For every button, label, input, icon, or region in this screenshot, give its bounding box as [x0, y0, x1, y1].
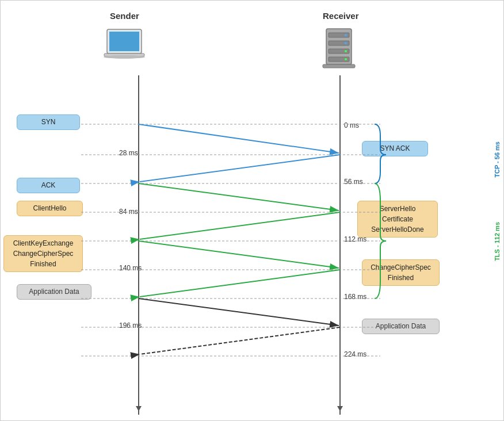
svg-line-33	[140, 212, 340, 239]
sender-label: Sender	[110, 11, 139, 21]
clienthello-box: ClientHello	[17, 201, 83, 216]
appdata-right-box: Application Data	[362, 319, 440, 334]
tls-label: TLS - 112 ms	[494, 222, 501, 261]
svg-point-3	[104, 55, 145, 59]
ts-196ms: 196 ms	[119, 322, 142, 330]
appdata-left-box: Application Data	[17, 284, 91, 300]
ts-168ms: 168 ms	[344, 293, 366, 301]
receiver-timeline	[339, 75, 341, 415]
ack-box: ACK	[17, 178, 80, 193]
sender-icon	[101, 28, 147, 71]
ts-56ms: 56 ms	[344, 178, 363, 186]
svg-rect-13	[323, 64, 355, 68]
cipherspec-right-box: ChangeCipherSpecFinished	[362, 259, 440, 286]
receiver-icon	[316, 26, 362, 74]
ts-84ms: 84 ms	[119, 208, 138, 216]
svg-line-34	[139, 241, 339, 268]
serverhello-box: ServerHelloCertificateServerHelloDone	[357, 201, 438, 238]
ts-28ms: 28 ms	[119, 149, 138, 157]
svg-point-12	[345, 58, 347, 60]
svg-line-31	[140, 155, 340, 182]
diagram: Sender Receiver	[0, 0, 504, 421]
syn-box: SYN	[17, 114, 80, 130]
clientkey-box: ClientKeyExchangeChangeCipherSpecFinishe…	[3, 235, 83, 272]
svg-point-10	[345, 42, 347, 44]
svg-line-37	[140, 327, 340, 354]
receiver-label: Receiver	[323, 11, 359, 21]
svg-line-30	[139, 124, 339, 153]
svg-line-35	[140, 270, 340, 297]
sender-timeline	[138, 75, 139, 415]
ts-140ms: 140 ms	[119, 264, 142, 272]
synack-box: SYN ACK	[362, 141, 428, 156]
svg-rect-1	[109, 32, 139, 51]
ts-224ms: 224 ms	[344, 350, 366, 358]
tcp-label: TCP - 56 ms	[494, 141, 501, 178]
svg-line-32	[139, 183, 339, 210]
svg-line-36	[139, 298, 339, 326]
svg-point-11	[345, 50, 347, 52]
svg-point-9	[345, 34, 347, 36]
ts-112ms: 112 ms	[344, 235, 366, 243]
ts-0ms: 0 ms	[344, 121, 359, 129]
